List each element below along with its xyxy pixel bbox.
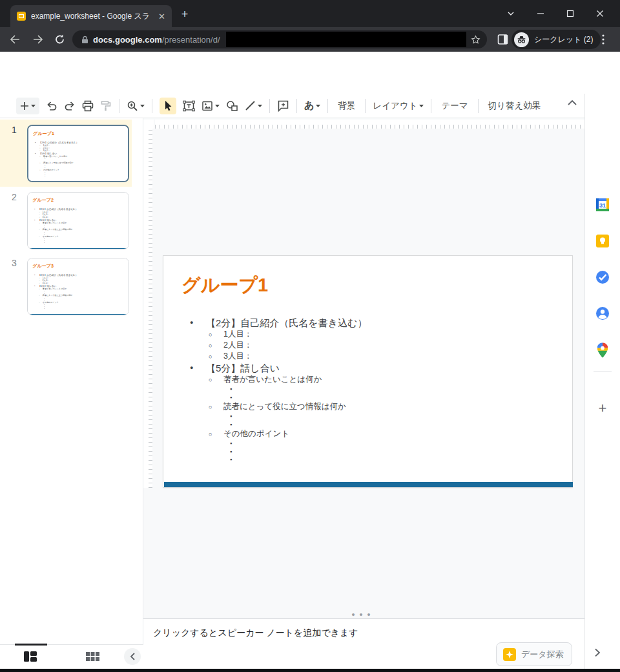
filmstrip-view-icon[interactable]: [23, 650, 37, 663]
slide-accent-bar: [28, 248, 129, 249]
google-calendar-icon[interactable]: 31: [595, 197, 610, 213]
thumbnail-slide-title: グループ2: [32, 196, 54, 203]
google-contacts-icon[interactable]: [595, 306, 610, 321]
add-addon-icon[interactable]: +: [599, 400, 607, 417]
new-slide-caret-icon: [31, 105, 36, 107]
line-icon: [245, 100, 256, 111]
slide-thumbnail-row[interactable]: 1グループ1【2分】自己紹介（氏名を書き込む）1人目：2人目：3人目：【5分】話…: [0, 120, 132, 187]
google-keep-icon[interactable]: [595, 233, 610, 249]
notes-resize-handle[interactable]: ● ● ●: [349, 611, 375, 618]
back-icon[interactable]: [9, 34, 21, 45]
slide-bullet[interactable]: [163, 439, 564, 448]
browser-menu-icon[interactable]: [602, 34, 604, 45]
slide-bullet[interactable]: [163, 385, 564, 394]
incognito-badge[interactable]: シークレット (2): [512, 30, 601, 49]
lock-icon: [81, 36, 88, 44]
zoom-button[interactable]: [127, 100, 145, 112]
speaker-notes-placeholder[interactable]: クリックするとスピーカー ノートを追加できます: [153, 627, 358, 639]
slide-accent-bar: [164, 482, 573, 487]
slide-bullet[interactable]: その他のポイント: [163, 428, 564, 439]
insert-line-button[interactable]: [245, 100, 262, 111]
undo-button[interactable]: [46, 101, 57, 111]
slide-body[interactable]: 【2分】自己紹介（氏名を書き込む）1人目：2人目：3人目：【5分】話し合い著者が…: [163, 317, 564, 464]
thumbnail-mini-slide: グループ2【2分】自己紹介（氏名を書き込む）1人目：2人目：3人目：【5分】話し…: [28, 193, 129, 249]
select-tool-button[interactable]: [160, 98, 176, 114]
speaker-notes-panel[interactable]: クリックするとスピーカー ノートを追加できます データ探索: [143, 618, 584, 669]
insert-shape-button[interactable]: [226, 100, 238, 112]
window-close-icon[interactable]: [585, 0, 615, 27]
slide-thumbnail-row[interactable]: 2グループ2【2分】自己紹介（氏名を書き込む）1人目：2人目：3人目：【5分】話…: [0, 187, 132, 254]
sidebar-divider: [594, 372, 612, 372]
slide-bullet[interactable]: 【5分】話し合い: [163, 362, 564, 374]
print-button[interactable]: [82, 100, 94, 112]
thumbnail-slide-title: グループ3: [32, 262, 54, 269]
window-minimize-icon[interactable]: [526, 0, 555, 27]
slide-bullet[interactable]: 著者が言いたいことは何か: [163, 374, 564, 385]
text-format-button[interactable]: あ: [304, 100, 320, 112]
layout-button[interactable]: レイアウト: [373, 100, 424, 112]
theme-button[interactable]: テーマ: [441, 100, 468, 112]
thumbnail-slide[interactable]: グループ3【2分】自己紹介（氏名を書き込む）1人目：2人目：3人目：【5分】話し…: [27, 258, 129, 315]
incognito-icon: [514, 32, 529, 47]
redo-button[interactable]: [64, 101, 76, 111]
slide-thumbnail-row[interactable]: 3グループ3【2分】自己紹介（氏名を書き込む）1人目：2人目：3人目：【5分】話…: [0, 253, 132, 320]
slide-bullet[interactable]: 2人目：: [163, 340, 564, 351]
insert-comment-button[interactable]: [277, 100, 289, 112]
slide-accent-bar: [28, 314, 129, 315]
slide-bullet[interactable]: [163, 456, 564, 464]
browser-tab[interactable]: example_worksheet - Google スラ ✕: [10, 5, 172, 27]
slide-title[interactable]: グループ1: [181, 273, 268, 299]
explore-button[interactable]: データ探索: [496, 642, 572, 666]
insert-image-button[interactable]: [202, 100, 220, 112]
new-slide-button[interactable]: [16, 98, 39, 114]
slide-bullet[interactable]: 【2分】自己紹介（氏名を書き込む）: [163, 317, 564, 329]
layout-label: レイアウト: [373, 100, 417, 112]
slide-bullet: [28, 308, 127, 310]
paint-format-button[interactable]: [100, 100, 112, 112]
vertical-ruler: [143, 129, 152, 488]
background-button[interactable]: 背景: [338, 100, 355, 112]
explore-icon: [503, 648, 516, 661]
slide-bullet[interactable]: [163, 448, 564, 456]
toolbar: あ 背景 レイアウト テーマ 切り替え効果: [0, 94, 584, 118]
google-maps-icon[interactable]: [596, 342, 609, 359]
slide-bullet[interactable]: [163, 421, 564, 429]
text-box-button[interactable]: [183, 100, 195, 112]
grid-view-icon[interactable]: [85, 650, 99, 663]
url-redacted-box: [226, 32, 466, 47]
layout-caret-icon: [419, 105, 424, 107]
svg-text:31: 31: [599, 202, 606, 209]
slide-bullet[interactable]: [163, 394, 564, 402]
thumbnail-slide[interactable]: グループ2【2分】自己紹介（氏名を書き込む）1人目：2人目：3人目：【5分】話し…: [27, 192, 129, 249]
window-maximize-icon[interactable]: [555, 0, 585, 27]
current-slide[interactable]: グループ1【2分】自己紹介（氏名を書き込む）1人目：2人目：3人目：【5分】話し…: [163, 255, 573, 488]
slide-accent-bar: [28, 182, 129, 182]
transition-button[interactable]: 切り替え効果: [488, 100, 541, 112]
window-menu-icon[interactable]: [496, 0, 526, 27]
zoom-icon: [127, 100, 138, 112]
slide-bullet[interactable]: 3人目：: [163, 351, 564, 362]
reload-icon[interactable]: [54, 34, 65, 45]
thumbnail-number: 2: [12, 192, 17, 202]
google-tasks-icon[interactable]: [595, 269, 610, 285]
collapse-filmstrip-icon[interactable]: [124, 648, 141, 665]
expand-notes-chevron-icon[interactable]: [594, 648, 601, 657]
slide-bullet: [28, 242, 127, 244]
url-bar[interactable]: docs.google.com/presentation/d/: [72, 30, 487, 48]
thumbnail-slide[interactable]: グループ1【2分】自己紹介（氏名を書き込む）1人目：2人目：3人目：【5分】話し…: [27, 125, 129, 182]
slide-bullet[interactable]: 読者にとって役に立つ情報は何か: [163, 401, 564, 412]
new-tab-button[interactable]: +: [178, 8, 191, 21]
tab-close-icon[interactable]: ✕: [158, 12, 165, 21]
collapse-toolbar-icon[interactable]: [568, 100, 577, 105]
slide-bullet[interactable]: 1人目：: [163, 329, 564, 340]
incognito-label: シークレット (2): [534, 34, 593, 45]
forward-icon[interactable]: [32, 34, 44, 45]
ruler-corner: [143, 120, 154, 129]
slide-bullet[interactable]: [163, 412, 564, 421]
thumbnail-number: 3: [12, 258, 17, 268]
image-caret-icon: [215, 105, 220, 107]
view-switcher-bar: [0, 644, 143, 669]
bookmark-star-icon[interactable]: [471, 35, 480, 45]
slide-body: 【2分】自己紹介（氏名を書き込む）1人目：2人目：3人目：【5分】話し合い著者が…: [28, 207, 127, 244]
side-panel-icon[interactable]: [497, 34, 508, 45]
